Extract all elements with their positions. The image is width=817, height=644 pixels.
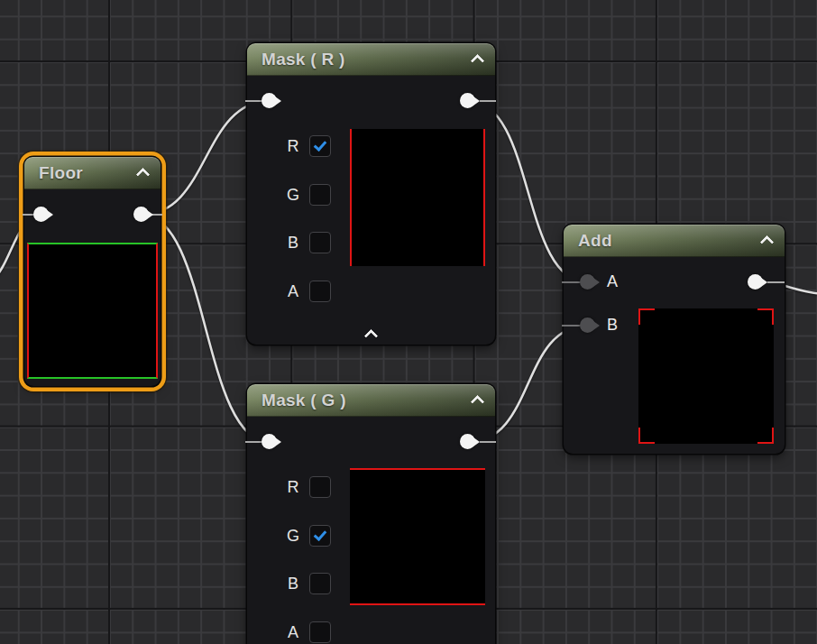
add-preview-thumbnail [638, 308, 774, 444]
channel-row-r: R [285, 134, 331, 158]
chevron-up-icon[interactable] [471, 395, 485, 409]
preview-corner-bracket [757, 428, 774, 444]
node-title: Floor [24, 163, 83, 183]
channel-checkbox-b[interactable] [309, 232, 331, 253]
node-mask-g-header[interactable]: Mask ( G ) [247, 384, 495, 417]
node-title: Mask ( R ) [247, 50, 345, 69]
floor-input-pin[interactable] [33, 207, 49, 222]
floor-preview-thumbnail [27, 243, 158, 379]
channel-row-g: G [285, 524, 331, 547]
node-add-header[interactable]: Add [564, 225, 785, 257]
mask-g-output-pin[interactable] [460, 434, 475, 449]
node-title: Add [564, 231, 612, 251]
wire-stub [562, 281, 582, 283]
node-title: Mask ( G ) [247, 391, 346, 410]
channel-checkbox-r[interactable] [309, 135, 331, 157]
add-input-b-pin[interactable] [580, 317, 595, 333]
mask-r-input-pin[interactable] [262, 93, 277, 108]
channel-label: B [285, 234, 301, 253]
channel-checkbox-b[interactable] [309, 573, 331, 594]
channel-label: G [285, 186, 301, 205]
channel-row-g: G [285, 183, 331, 207]
channel-label: A [285, 623, 301, 642]
channel-checkbox-r[interactable] [309, 476, 331, 498]
chevron-up-icon[interactable] [760, 235, 775, 250]
node-floor[interactable]: Floor [24, 157, 161, 386]
channel-row-a: A [285, 280, 331, 303]
add-output-pin[interactable] [748, 274, 763, 290]
mask-g-input-pin[interactable] [262, 434, 277, 449]
check-icon [314, 138, 327, 152]
chevron-up-icon[interactable] [471, 54, 485, 69]
channel-label: R [285, 478, 301, 497]
channel-label: G [285, 527, 301, 546]
add-input-a-pin[interactable] [580, 274, 595, 290]
channel-checkbox-a[interactable] [309, 281, 331, 302]
node-mask-r[interactable]: Mask ( R ) R G B A [247, 43, 495, 345]
chevron-up-icon[interactable] [136, 168, 151, 182]
node-add[interactable]: Add A B [564, 225, 785, 454]
wire-stub [480, 100, 496, 102]
preview-corner-bracket [638, 428, 655, 444]
mask-g-preview-thumbnail [350, 468, 485, 605]
floor-output-pin[interactable] [133, 207, 149, 222]
channel-checkbox-g[interactable] [309, 184, 331, 206]
add-input-a-label: A [607, 272, 618, 291]
channel-row-b: B [285, 231, 331, 254]
channel-checkbox-a[interactable] [309, 621, 331, 643]
mask-r-output-pin[interactable] [460, 93, 475, 108]
wire-stub [562, 325, 582, 327]
add-input-b-label: B [607, 316, 618, 335]
check-icon [314, 528, 327, 541]
preview-corner-bracket [757, 308, 774, 325]
channel-label: A [285, 282, 301, 301]
preview-corner-bracket [638, 308, 655, 325]
wire-stub [767, 281, 785, 283]
wire-stub [245, 100, 263, 102]
node-floor-header[interactable]: Floor [24, 157, 161, 189]
node-mask-g[interactable]: Mask ( G ) R G B A [247, 384, 495, 644]
mask-r-preview-thumbnail [350, 129, 485, 266]
channel-row-a: A [285, 621, 331, 644]
channel-label: B [285, 575, 301, 593]
node-graph-canvas[interactable]: Floor Mask ( R ) R G [0, 0, 817, 644]
channel-label: R [285, 137, 301, 156]
channel-checkbox-g[interactable] [309, 525, 331, 547]
wire-stub [245, 441, 263, 443]
expand-toggle[interactable] [247, 331, 495, 341]
channel-row-b: B [285, 572, 331, 595]
channel-row-r: R [285, 475, 331, 499]
node-mask-r-header[interactable]: Mask ( R ) [247, 43, 495, 76]
wire-stub [480, 441, 496, 443]
chevron-up-icon [364, 329, 379, 344]
